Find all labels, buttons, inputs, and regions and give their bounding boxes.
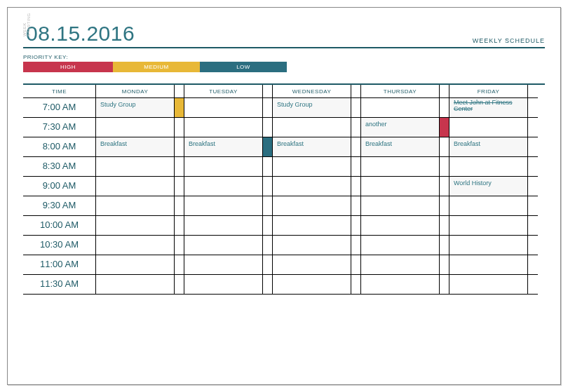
priority-cell[interactable] <box>263 236 273 255</box>
event-cell[interactable]: Breakfast <box>449 137 528 157</box>
event-cell[interactable] <box>361 177 440 196</box>
event-cell[interactable] <box>96 157 175 177</box>
priority-cell[interactable] <box>351 157 361 177</box>
priority-cell[interactable] <box>528 236 538 255</box>
event-cell[interactable] <box>361 275 440 295</box>
event-cell[interactable]: Breakfast <box>273 137 351 157</box>
event-cell[interactable]: World History <box>449 177 528 196</box>
priority-cell[interactable] <box>175 157 184 177</box>
event-cell[interactable]: Breakfast <box>361 137 440 157</box>
event-cell[interactable] <box>96 196 175 216</box>
event-cell[interactable] <box>184 118 263 137</box>
priority-cell[interactable] <box>528 118 538 137</box>
priority-cell[interactable] <box>528 137 538 157</box>
priority-cell[interactable] <box>528 216 538 236</box>
event-cell[interactable] <box>449 216 528 236</box>
priority-cell[interactable] <box>528 255 538 275</box>
event-cell[interactable]: Study Group <box>273 98 351 118</box>
priority-cell[interactable] <box>351 275 361 295</box>
priority-cell[interactable] <box>263 118 273 137</box>
priority-cell[interactable] <box>440 137 449 157</box>
priority-cell[interactable] <box>351 236 361 255</box>
event-cell[interactable] <box>184 157 263 177</box>
priority-cell[interactable] <box>528 275 538 295</box>
event-cell[interactable] <box>96 216 175 236</box>
priority-cell[interactable] <box>528 196 538 216</box>
priority-cell[interactable] <box>440 177 449 196</box>
event-cell[interactable] <box>184 196 263 216</box>
priority-cell[interactable] <box>351 216 361 236</box>
priority-cell[interactable] <box>440 118 449 137</box>
event-cell[interactable] <box>361 236 440 255</box>
priority-cell[interactable] <box>440 236 449 255</box>
priority-cell[interactable] <box>175 118 184 137</box>
priority-cell[interactable] <box>175 177 184 196</box>
event-cell[interactable] <box>449 236 528 255</box>
priority-cell[interactable] <box>263 196 273 216</box>
event-cell[interactable] <box>184 216 263 236</box>
event-cell[interactable] <box>96 236 175 255</box>
priority-cell[interactable] <box>175 216 184 236</box>
priority-cell[interactable] <box>175 275 184 295</box>
priority-cell[interactable] <box>351 255 361 275</box>
event-cell[interactable]: another <box>361 118 440 137</box>
event-cell[interactable] <box>184 255 263 275</box>
priority-cell[interactable] <box>528 98 538 118</box>
priority-cell[interactable] <box>175 236 184 255</box>
priority-cell[interactable] <box>263 98 273 118</box>
event-cell[interactable] <box>96 118 175 137</box>
event-cell[interactable] <box>96 177 175 196</box>
event-cell[interactable] <box>449 118 528 137</box>
event-cell[interactable]: Breakfast <box>184 137 263 157</box>
event-cell[interactable] <box>273 157 351 177</box>
event-cell[interactable] <box>96 255 175 275</box>
event-cell[interactable] <box>273 177 351 196</box>
priority-cell[interactable] <box>263 157 273 177</box>
event-cell[interactable] <box>273 236 351 255</box>
priority-cell[interactable] <box>263 137 273 157</box>
event-cell[interactable] <box>449 157 528 177</box>
priority-cell[interactable] <box>351 118 361 137</box>
priority-cell[interactable] <box>440 157 449 177</box>
event-cell[interactable] <box>184 177 263 196</box>
priority-cell[interactable] <box>263 255 273 275</box>
event-cell[interactable] <box>184 236 263 255</box>
priority-cell[interactable] <box>440 196 449 216</box>
priority-cell[interactable] <box>351 196 361 216</box>
event-cell[interactable] <box>273 216 351 236</box>
event-cell[interactable]: Breakfast <box>96 137 175 157</box>
priority-cell[interactable] <box>440 216 449 236</box>
priority-cell[interactable] <box>175 137 184 157</box>
event-cell[interactable] <box>273 255 351 275</box>
event-cell[interactable] <box>361 98 440 118</box>
event-cell[interactable] <box>184 98 263 118</box>
priority-cell[interactable] <box>440 98 449 118</box>
event-cell[interactable] <box>449 196 528 216</box>
event-cell[interactable] <box>273 196 351 216</box>
priority-cell[interactable] <box>351 137 361 157</box>
priority-cell[interactable] <box>528 177 538 196</box>
event-cell-completed[interactable]: Meet John at Fitness Center <box>449 98 528 118</box>
priority-cell[interactable] <box>175 98 184 118</box>
event-cell[interactable] <box>449 255 528 275</box>
event-cell[interactable] <box>273 275 351 295</box>
priority-cell[interactable] <box>175 196 184 216</box>
priority-cell[interactable] <box>263 216 273 236</box>
priority-cell[interactable] <box>351 177 361 196</box>
event-cell[interactable]: Study Group <box>96 98 175 118</box>
event-cell[interactable] <box>361 157 440 177</box>
priority-cell[interactable] <box>351 98 361 118</box>
priority-cell[interactable] <box>528 157 538 177</box>
priority-cell[interactable] <box>175 255 184 275</box>
event-cell[interactable] <box>361 255 440 275</box>
event-cell[interactable] <box>361 196 440 216</box>
priority-cell[interactable] <box>440 255 449 275</box>
priority-cell[interactable] <box>263 275 273 295</box>
event-cell[interactable] <box>184 275 263 295</box>
event-cell[interactable] <box>96 275 175 295</box>
priority-cell[interactable] <box>263 177 273 196</box>
event-cell[interactable] <box>449 275 528 295</box>
event-cell[interactable] <box>361 216 440 236</box>
event-cell[interactable] <box>273 118 351 137</box>
priority-cell[interactable] <box>440 275 449 295</box>
